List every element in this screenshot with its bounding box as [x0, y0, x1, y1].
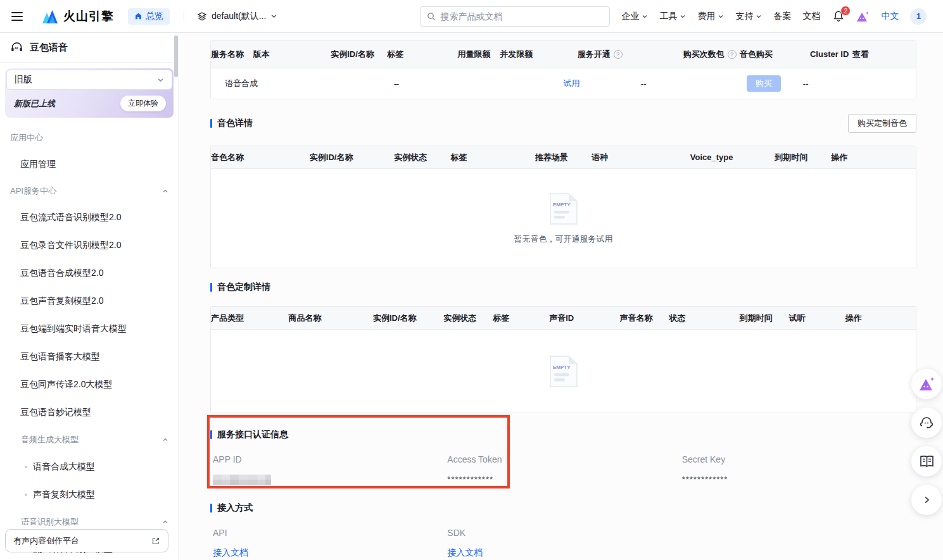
version-select[interactable]: 旧版: [6, 70, 172, 90]
purchase-button[interactable]: 购买: [747, 75, 781, 92]
sdk-docs-link[interactable]: 接入文档: [447, 547, 483, 559]
chevron-up-icon[interactable]: [162, 437, 168, 443]
column-header: 服务名称: [211, 49, 253, 60]
notifications-button[interactable]: 2: [833, 10, 844, 22]
overview-button[interactable]: 总览: [128, 8, 170, 25]
help-icon[interactable]: ?: [728, 50, 737, 59]
sidebar-item[interactable]: 豆包流式语音识别模型2.0: [0, 204, 179, 232]
topbar-menu-item[interactable]: 企业: [621, 11, 648, 22]
sidebar-item[interactable]: 豆包语音播客大模型: [0, 343, 179, 371]
app-id-masked-value: [213, 475, 271, 485]
tag-value: –: [394, 79, 450, 89]
column-header: 到期时间: [740, 313, 789, 324]
access-token-value: ************: [447, 475, 681, 487]
sidebar-item[interactable]: 豆包语音合成模型2.0: [0, 259, 179, 287]
column-header: 版本: [253, 49, 331, 60]
sidebar-item[interactable]: API服务中心: [0, 178, 179, 204]
column-header: 标签: [387, 49, 457, 60]
avatar[interactable]: 1: [910, 8, 927, 25]
chevron-down-icon: [756, 13, 762, 20]
topbar-menu-item[interactable]: 备案: [773, 11, 791, 22]
new-version-notice: 新版已上线: [14, 98, 55, 109]
chevron-down-icon: [157, 77, 164, 84]
sidebar-scrollbar[interactable]: [174, 35, 178, 77]
column-header: 推荐场景: [535, 152, 592, 163]
api-docs-link[interactable]: 接入文档: [213, 547, 248, 559]
secret-key-value: ************: [682, 475, 916, 487]
column-header: 产品类型: [211, 313, 288, 324]
column-header: 语种: [592, 152, 690, 163]
project-selector[interactable]: default(默认...: [197, 11, 277, 22]
svg-text:EMPTY: EMPTY: [553, 202, 571, 208]
column-header: 音色名称: [211, 152, 310, 163]
api-label: API: [213, 528, 447, 538]
empty-state: EMPTY 暂无音色，可开通服务试用: [211, 168, 916, 268]
service-table: 服务名称 版本 实例ID/名称 标签: [210, 40, 916, 99]
brand-logo[interactable]: 火山引擎: [41, 8, 114, 25]
table-header-row: 音色名称实例ID/名称实例状态标签推荐场景语种Voice_type到期时间操作: [211, 146, 916, 168]
topbar-menu-item[interactable]: 文档: [802, 11, 820, 22]
svg-text:AI: AI: [15, 46, 18, 50]
search-icon: [427, 12, 436, 21]
topbar: 火山引擎 总览 default(默认... 企业: [0, 0, 943, 33]
table-row: 语音合成 – 试用 -- 购买 --: [211, 68, 916, 99]
column-header: 操作: [831, 152, 847, 163]
try-now-button[interactable]: 立即体验: [120, 96, 166, 111]
sidebar-item[interactable]: 豆包端到端实时语音大模型: [0, 315, 179, 343]
topbar-menu-item[interactable]: 工具: [659, 11, 686, 22]
app-id-label: APP ID: [213, 454, 447, 464]
sidebar-item[interactable]: 豆包声音复刻模型2.0: [0, 287, 179, 315]
topbar-menu-item[interactable]: 费用: [697, 11, 724, 22]
divider: [184, 11, 184, 22]
column-header: 实例ID/名称: [373, 313, 443, 324]
column-header: Voice_type: [690, 152, 775, 162]
sidebar-item[interactable]: 豆包录音文件识别模型2.0: [0, 232, 179, 259]
chevron-up-icon[interactable]: [162, 519, 168, 525]
column-header: 实例ID/名称: [331, 49, 387, 60]
ai-assistant-button[interactable]: [911, 369, 942, 399]
cluster-id-value: --: [803, 79, 873, 89]
auth-info-title: 服务接口认证信息: [210, 429, 916, 440]
sidebar-item[interactable]: 语音合成大模型: [0, 453, 179, 481]
sidebar: AI 豆包语音 旧版 新版已上线 立即体验 应用中心 应用管理: [0, 33, 179, 560]
ai-assistant-icon[interactable]: [856, 10, 870, 23]
buy-custom-voice-button[interactable]: 购买定制音色: [848, 114, 916, 133]
sidebar-item[interactable]: 音频生成大模型: [0, 426, 179, 453]
voice-detail-title: 音色详情: [210, 118, 253, 129]
service-name: 语音合成: [211, 78, 274, 89]
search-input[interactable]: [440, 11, 603, 22]
empty-text: 暂无音色，可开通服务试用: [514, 233, 613, 245]
search-box[interactable]: [420, 6, 610, 27]
sidebar-item[interactable]: 声音复刻大模型: [0, 481, 179, 509]
external-link-icon: [151, 537, 160, 545]
sidebar-item[interactable]: 豆包语音妙记模型: [0, 399, 179, 426]
sidebar-item[interactable]: 应用中心: [0, 125, 179, 151]
collapse-panel-button[interactable]: [911, 485, 942, 515]
column-header: 并发限额: [500, 49, 577, 60]
column-header: 查看: [852, 49, 869, 60]
headset-ai-icon: AI: [10, 41, 23, 54]
column-header: 标签: [450, 152, 535, 163]
language-switch[interactable]: 中文: [881, 11, 899, 22]
chevron-up-icon[interactable]: [162, 188, 168, 194]
column-header: 实例ID/名称: [310, 152, 395, 163]
chevron-down-icon: [718, 13, 724, 20]
help-icon[interactable]: ?: [614, 50, 623, 59]
chevron-down-icon: [680, 13, 686, 20]
customer-support-button[interactable]: [911, 408, 942, 438]
topbar-nav: 企业 工具 费用 支持 备案: [621, 8, 927, 25]
documentation-button[interactable]: [911, 446, 942, 476]
column-header: 实例状态: [443, 313, 493, 324]
audio-creation-platform-link[interactable]: 有声内容创作平台: [5, 529, 168, 552]
sidebar-item[interactable]: 应用管理: [0, 151, 179, 178]
hamburger-menu-icon[interactable]: [11, 12, 23, 21]
sidebar-item[interactable]: 豆包同声传译2.0大模型: [0, 371, 179, 399]
topbar-menu-item[interactable]: 支持: [735, 11, 762, 22]
svg-text:EMPTY: EMPTY: [553, 364, 571, 370]
volcengine-logo-icon: [41, 8, 60, 25]
floating-buttons: [911, 369, 942, 515]
voice-custom-detail-title: 音色定制详情: [210, 282, 916, 293]
layers-icon: [197, 11, 207, 22]
column-header: 标签: [493, 313, 549, 324]
trial-link[interactable]: 试用: [563, 78, 579, 89]
